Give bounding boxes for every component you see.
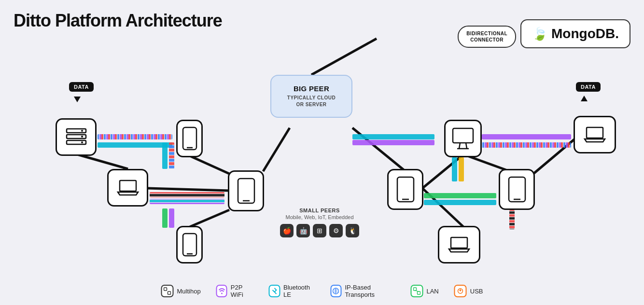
svg-line-28 (422, 154, 463, 188)
svg-rect-56 (183, 127, 196, 150)
sp-icon-apple: 🍎 (280, 224, 294, 237)
legend-p2p-wifi: P2P WiFi (216, 284, 253, 298)
svg-rect-47 (452, 157, 457, 181)
legend-lan: LAN (410, 285, 438, 297)
legend-usb: USB (454, 285, 483, 297)
device-left-phone-bot (176, 226, 203, 263)
usb-label: USB (470, 288, 483, 295)
bidir-line2: CONNECTOR (470, 37, 504, 42)
device-left-server (56, 118, 97, 156)
multihop-icon (161, 285, 174, 297)
svg-rect-39 (162, 208, 168, 228)
p2p-wifi-label: P2P WiFi (231, 284, 253, 298)
svg-line-22 (147, 188, 229, 191)
mongodb-leaf-icon: 🍃 (532, 27, 547, 42)
svg-rect-76 (413, 288, 416, 291)
svg-line-64 (466, 143, 467, 149)
svg-line-23 (190, 156, 229, 174)
svg-line-26 (352, 128, 406, 171)
svg-rect-60 (183, 234, 196, 256)
small-peers-icons: 🍎 🤖 ⊞ ⚙ 🐧 (280, 224, 359, 237)
device-right-laptop (438, 226, 480, 263)
svg-rect-34 (169, 142, 174, 169)
svg-line-29 (422, 188, 463, 227)
bidir-connector-box: BIDIRECTIONAL CONNECTOR (458, 26, 516, 48)
svg-rect-71 (587, 127, 603, 138)
data-arrow-right (581, 96, 588, 101)
bidir-line1: BIDIRECTIONAL (466, 31, 507, 36)
mongodb-label: MongoDB. (551, 26, 619, 42)
svg-line-21 (77, 154, 128, 169)
svg-point-53 (81, 136, 83, 138)
legend-multihop: Multihop (161, 285, 201, 297)
svg-rect-62 (453, 128, 473, 143)
svg-line-63 (459, 143, 460, 149)
svg-rect-35 (162, 142, 168, 169)
svg-line-24 (190, 210, 229, 227)
svg-rect-36 (150, 192, 224, 197)
svg-point-54 (81, 141, 83, 143)
ip-label: IP-Based Transports (345, 284, 395, 298)
big-peer-title: BIG PEER (285, 84, 338, 93)
svg-rect-32 (98, 134, 172, 139)
big-peer-box: BIG PEER TYPICALLY CLOUDOR SERVER (270, 75, 352, 118)
svg-rect-66 (397, 177, 414, 202)
svg-rect-70 (451, 237, 467, 248)
svg-rect-37 (150, 199, 224, 204)
data-arrow-left (74, 97, 81, 102)
svg-rect-41 (352, 134, 434, 139)
legend-bluetooth: Bluetooth LE (269, 284, 315, 298)
page-title: Ditto Platform Architecture (14, 11, 222, 31)
svg-line-25 (263, 128, 290, 171)
svg-rect-42 (482, 134, 571, 139)
svg-rect-48 (509, 210, 515, 229)
p2p-wifi-icon (216, 285, 227, 297)
device-left-phone-top (176, 120, 203, 157)
svg-line-27 (311, 39, 377, 75)
svg-rect-68 (509, 177, 525, 202)
device-right-phone2 (499, 169, 535, 210)
bluetooth-icon (269, 285, 280, 297)
svg-rect-77 (417, 291, 420, 294)
device-right-phone-mid (387, 169, 423, 210)
lan-label: LAN (426, 288, 438, 295)
svg-rect-73 (168, 291, 171, 294)
usb-icon (454, 285, 467, 297)
legend-ip: IP-Based Transports (330, 284, 395, 298)
svg-rect-43 (482, 142, 571, 148)
data-label-left: DATA (69, 82, 94, 92)
bluetooth-label: Bluetooth LE (283, 284, 315, 298)
sp-icon-windows: ⊞ (313, 224, 326, 237)
svg-rect-58 (238, 179, 254, 203)
svg-line-31 (533, 135, 579, 174)
lan-icon (410, 285, 423, 297)
svg-rect-45 (424, 200, 496, 205)
sp-icon-android: 🤖 (296, 224, 310, 237)
svg-rect-33 (98, 142, 172, 148)
small-peers-title: SMALL PEERS (280, 208, 359, 213)
sp-icon-iot: ⚙ (329, 224, 343, 237)
device-left-phone-mid (228, 170, 264, 211)
device-right-server (574, 116, 616, 153)
svg-rect-72 (164, 288, 167, 291)
svg-rect-40 (352, 140, 434, 145)
sp-icon-linux: 🐧 (346, 224, 359, 237)
ip-icon (330, 285, 341, 297)
svg-rect-38 (169, 208, 174, 228)
svg-rect-44 (424, 193, 496, 198)
svg-rect-46 (459, 157, 464, 181)
svg-rect-55 (120, 180, 136, 191)
svg-line-78 (415, 291, 419, 291)
mongodb-box: 🍃 MongoDB. (520, 19, 630, 48)
data-label-right: DATA (576, 82, 601, 92)
legend: Multihop P2P WiFi Bluetooth LE IP-Based … (161, 284, 483, 298)
svg-point-52 (81, 130, 83, 132)
big-peer-subtitle: TYPICALLY CLOUDOR SERVER (285, 95, 338, 108)
multihop-label: Multihop (177, 288, 201, 295)
svg-point-74 (221, 293, 223, 294)
small-peers-section: SMALL PEERS Mobile, Web, IoT, Embedded 🍎… (280, 208, 359, 237)
device-left-laptop (107, 169, 148, 207)
small-peers-subtitle: Mobile, Web, IoT, Embedded (280, 214, 359, 220)
device-right-monitor (444, 120, 482, 157)
